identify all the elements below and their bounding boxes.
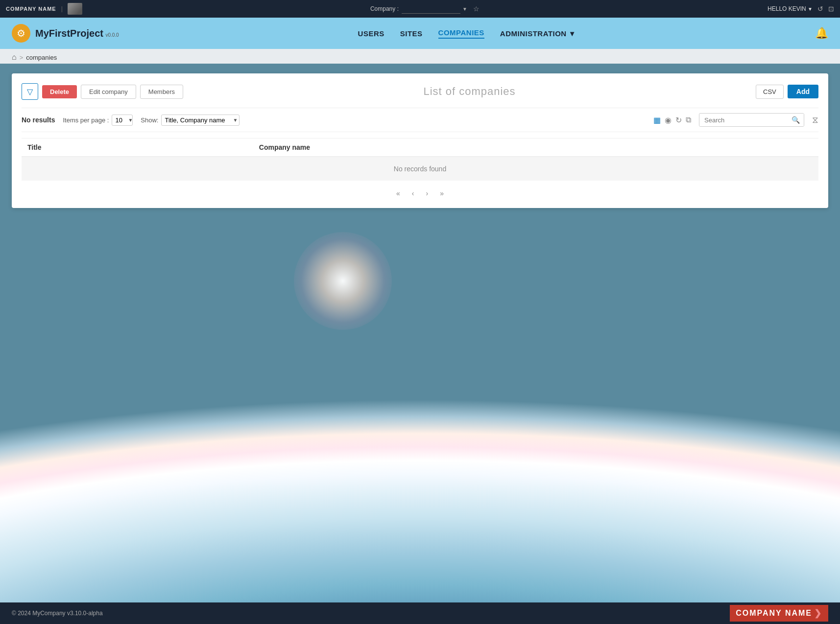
home-icon[interactable]: ⌂	[12, 53, 17, 62]
column-filter-icon[interactable]: ⧖	[812, 115, 818, 125]
top-bar-left: COMPANY NAME |	[6, 3, 82, 15]
top-bar-right: HELLO KEVIN ▼ ↺ ⊡	[768, 5, 834, 13]
toolbar-row: ▽ Delete Edit company Members List of co…	[22, 83, 818, 100]
first-page-button[interactable]: «	[393, 188, 403, 198]
show-label: Show:	[141, 116, 158, 124]
no-results-label: No results	[22, 116, 55, 124]
no-records-message: No records found	[22, 157, 818, 181]
show-columns-wrap: Show: Title, Company name ▼	[141, 115, 238, 126]
members-button[interactable]: Members	[140, 85, 183, 99]
grid-view-icon[interactable]: ▦	[653, 116, 661, 125]
last-page-button[interactable]: »	[437, 188, 447, 198]
delete-button[interactable]: Delete	[42, 85, 77, 98]
eye-view-icon[interactable]: ◉	[665, 116, 672, 125]
items-per-page-select[interactable]: 10 25 50	[112, 115, 133, 126]
breadcrumb: ⌂ > companies	[0, 49, 840, 66]
companies-panel: ▽ Delete Edit company Members List of co…	[12, 73, 828, 208]
chevron-down-icon: ▼	[462, 6, 467, 12]
table-header-row: Title Company name	[22, 139, 818, 157]
refresh-view-icon[interactable]: ↻	[675, 116, 682, 125]
company-logo	[68, 3, 82, 15]
nav-bell-wrap: 🔔	[815, 27, 828, 40]
refresh-icon[interactable]: ↺	[817, 5, 823, 13]
footer-brand-label: COMPANY NAME	[736, 609, 812, 618]
search-wrap: 🔍	[699, 113, 804, 127]
company-selector-wrap: ▼	[402, 4, 467, 14]
items-per-page-wrap: Items per page : 10 25 50 ▼	[63, 115, 133, 126]
no-records-row: No records found	[22, 157, 818, 181]
nav-link-sites[interactable]: SITES	[400, 29, 423, 38]
filter-icon: ▽	[27, 87, 33, 96]
show-columns-select[interactable]: Title, Company name	[161, 115, 240, 126]
search-input[interactable]	[699, 114, 788, 126]
csv-button[interactable]: CSV	[756, 85, 784, 99]
hello-user-label: HELLO KEVIN ▼	[768, 5, 813, 12]
footer-copyright: © 2024 MyCompany v3.10.0-alpha	[12, 610, 103, 617]
logout-icon[interactable]: ⊡	[828, 5, 834, 13]
edit-company-button[interactable]: Edit company	[81, 85, 136, 99]
search-icon: 🔍	[792, 116, 800, 124]
nav-title-wrap: MyFirstProject v0.0.0	[35, 28, 119, 39]
company-selector-label: Company :	[370, 5, 399, 12]
pagination-row: « ‹ › »	[22, 188, 818, 198]
nav-link-administration[interactable]: ADMINISTRATION ▼	[500, 29, 576, 38]
copy-view-icon[interactable]: ⧉	[686, 116, 691, 124]
admin-chevron-icon: ▼	[569, 29, 576, 38]
companies-table: Title Company name No records found	[22, 138, 818, 181]
footer: © 2024 MyCompany v3.10.0-alpha COMPANY N…	[0, 602, 840, 624]
nav-title: MyFirstProject	[35, 28, 103, 39]
col-header-company-name: Company name	[253, 139, 818, 157]
top-bar: COMPANY NAME | Company : ▼ ☆ HELLO KEVIN…	[0, 0, 840, 18]
nav-bar: ⚙ MyFirstProject v0.0.0 USERS SITES COMP…	[0, 18, 840, 49]
prev-page-button[interactable]: ‹	[409, 188, 417, 198]
toolbar-left: ▽ Delete Edit company Members	[22, 83, 183, 100]
nav-links: USERS SITES COMPANIES ADMINISTRATION ▼	[358, 28, 576, 39]
footer-brand-text: COMPANY NAME ❯	[730, 605, 828, 622]
toolbar-right: CSV Add	[756, 85, 818, 99]
breadcrumb-separator: >	[20, 54, 24, 61]
top-bar-center: Company : ▼ ☆	[370, 4, 480, 14]
controls-row: No results Items per page : 10 25 50 ▼ S…	[22, 108, 818, 132]
footer-chevron-icon: ❯	[814, 608, 822, 619]
main-content: ▽ Delete Edit company Members List of co…	[0, 66, 840, 216]
nav-version: v0.0.0	[105, 32, 119, 38]
panel-title: List of companies	[183, 85, 756, 98]
items-per-page-label: Items per page :	[63, 116, 109, 124]
gear-icon: ⚙	[12, 24, 30, 43]
footer-brand: COMPANY NAME ❯	[730, 605, 828, 622]
top-bar-company-name: COMPANY NAME	[6, 6, 56, 12]
favorite-star-icon[interactable]: ☆	[473, 5, 480, 13]
bell-icon[interactable]: 🔔	[815, 27, 828, 39]
breadcrumb-current: companies	[26, 54, 57, 61]
filter-button[interactable]: ▽	[22, 83, 38, 100]
add-button[interactable]: Add	[788, 85, 818, 98]
nav-brand: ⚙ MyFirstProject v0.0.0	[12, 24, 119, 43]
search-button[interactable]: 🔍	[788, 114, 804, 126]
nav-link-users[interactable]: USERS	[358, 29, 384, 38]
col-header-title: Title	[22, 139, 253, 157]
company-selector[interactable]	[402, 4, 460, 14]
next-page-button[interactable]: ›	[423, 188, 432, 198]
view-icons: ▦ ◉ ↻ ⧉	[653, 116, 691, 125]
nav-link-companies[interactable]: COMPANIES	[438, 28, 484, 39]
